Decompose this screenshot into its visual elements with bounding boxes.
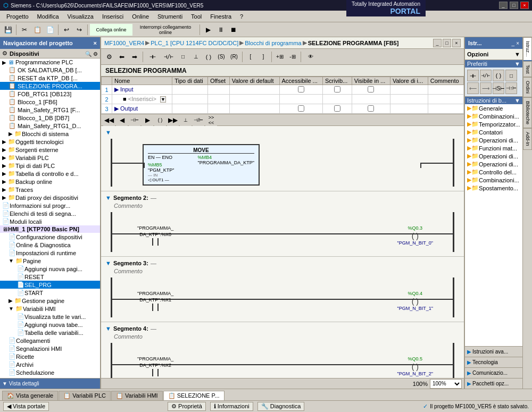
tree-reset-page[interactable]: 📄 RESET [0, 273, 100, 281]
instr-op2[interactable]: ▶ 📁 Operazioni di... [465, 152, 522, 160]
instr-temp[interactable]: ▶ 📁 Temporizzator... [465, 120, 522, 128]
tree-backup[interactable]: ▶📁 Backup online [0, 178, 100, 186]
seg4-collapse[interactable]: ▼ [105, 325, 111, 332]
save-btn[interactable]: 💾 [2, 24, 14, 36]
portal-btn[interactable]: ◀ Vista portale [3, 402, 49, 411]
menu-progetto[interactable]: Progetto [2, 12, 33, 21]
instr-ava-arrow[interactable]: ▶ [467, 349, 471, 355]
tab-var-hmi-tab[interactable]: 📋 Variabili HMI [111, 391, 163, 400]
et-coil-set[interactable]: (S) [215, 51, 227, 63]
et-open-branch[interactable]: [ [245, 51, 256, 63]
tree-info-progr[interactable]: 📄 Informazioni sul progr... [0, 201, 100, 209]
comunicaz-arrow[interactable]: ▶ [467, 370, 471, 376]
tree-add-tab[interactable]: 📄 Aggiungi nuova tabe... [0, 321, 100, 329]
menu-help[interactable]: ? [236, 12, 247, 21]
pref-icon-4[interactable]: □ [505, 70, 517, 81]
vis-cb-3[interactable] [368, 105, 374, 112]
tree-collegamenti[interactable]: 📄 Collegamenti [0, 337, 100, 344]
tree-moduli[interactable]: 📄 Moduli locali [0, 217, 100, 225]
instr-cont[interactable]: ▶ 📁 Contatori [465, 128, 522, 136]
tree-schedulazione[interactable]: 📄 Schedulazione [0, 368, 100, 376]
tree-segn[interactable]: 📄 Segnalazioni HMI [0, 344, 100, 352]
maximize-btn[interactable]: □ [510, 2, 518, 9]
tree-traces[interactable]: ▶📁 Traces [0, 186, 100, 194]
pref-icon-6[interactable]: ⟶ [480, 82, 492, 94]
tree-archivi[interactable]: 📄 Archivi [0, 360, 100, 368]
acc-cb-3[interactable] [298, 105, 304, 112]
instr-comb2[interactable]: ▶ 📁 Combinazioni... [465, 176, 522, 184]
pref-icon-2[interactable]: ⊣/⊢ [480, 70, 492, 81]
breadcrumb-plc[interactable]: PLC_1 [CPU 1214FC DC/DC/DC] [151, 40, 238, 46]
menu-strumenti[interactable]: Strumenti [153, 12, 187, 21]
tree-config-disp[interactable]: 📄 Configurazione dispositivi [0, 233, 100, 241]
tbl-coil[interactable]: ( ) [154, 114, 166, 126]
copy-btn[interactable]: 📋 [31, 24, 43, 36]
tree-add-page[interactable]: 📄 Aggiungi nuova pagi... [0, 265, 100, 273]
tree-start[interactable]: 📄 START [0, 289, 100, 297]
tree-pagine[interactable]: ▼📁 Pagine [0, 257, 100, 265]
tab-ordini[interactable]: Ordini [523, 77, 532, 97]
et-monitor[interactable]: 👁 [303, 51, 318, 63]
seg2-collapse[interactable]: ▼ [105, 195, 111, 201]
instr-arrow[interactable]: ▼ [514, 97, 520, 104]
breadcrumb-blocchi[interactable]: Blocchi di programma [245, 40, 301, 46]
tbl-open[interactable]: >><< [205, 114, 217, 126]
et-btn2[interactable]: ⬅ [116, 51, 128, 63]
tree-blocco1-db[interactable]: 📋Blocco_1_DB [DB7] [0, 114, 100, 122]
tree-oggetti[interactable]: ▶📁 Oggetti tecnologici [0, 138, 100, 146]
editor-close[interactable]: × [452, 39, 461, 47]
tree-blocchi-sis[interactable]: ▶📁 Blocchi di sistema [0, 130, 100, 138]
nav-icon-1[interactable]: 🔍 [85, 51, 92, 57]
et-btn1[interactable]: ⚙ [103, 51, 115, 63]
et-contact-no[interactable]: ⊣⊢ [145, 51, 160, 63]
pref-icon-7[interactable]: ⊣S⊢ [493, 82, 504, 94]
undo-btn[interactable]: ↩ [61, 24, 72, 36]
vis-cb-1[interactable] [368, 86, 374, 93]
tree-impost[interactable]: 📄 Impostazioni di runtime [0, 249, 100, 257]
tree-reset-ktp[interactable]: 📋RESET da KTP_DB [... [0, 74, 100, 82]
pref-icon-1[interactable]: ⊣⊢ [467, 70, 479, 81]
close-btn[interactable]: × [520, 2, 529, 9]
informazioni-btn[interactable]: ℹ Informazioni [210, 402, 253, 411]
et-insert-seg[interactable]: +⊞ [274, 51, 286, 63]
instr-op3[interactable]: ▶ 📁 Operazioni di... [465, 160, 522, 168]
tree-var-hmi[interactable]: ▼📁 Variabili HMI [0, 305, 100, 313]
pref-icon-3[interactable]: ( ) [493, 70, 504, 81]
pref-icon-8[interactable]: ⊣↑⊢ [505, 82, 517, 94]
tree-gestione[interactable]: ▶📁 Gestione pagine [0, 297, 100, 305]
tree-selezione[interactable]: 📋SELEZIONE PROGRA... [0, 82, 100, 90]
tecnologia-arrow[interactable]: ▶ [467, 359, 471, 365]
et-close-branch[interactable]: ] [257, 51, 269, 63]
nav-icon-2[interactable]: ⚙ [93, 51, 98, 57]
instr-ctrl[interactable]: ▶ 📁 Controllo del... [465, 168, 522, 176]
tab-vista-gen[interactable]: 🏠 Vista generale [2, 391, 58, 400]
tree-tipi-dati[interactable]: ▶📁 Tipi di dati PLC [0, 162, 100, 170]
acc-cb-1[interactable] [298, 86, 304, 93]
tbl-box2[interactable]: ⊥ [180, 114, 192, 126]
tbl-prev[interactable]: ◀ [116, 114, 128, 126]
seg3-collapse[interactable]: ▼ [105, 260, 111, 266]
menu-visualizza[interactable]: Visualizza [63, 12, 98, 21]
tree-dati-proxy[interactable]: ▶📁 Dati proxy dei dispositivi [0, 194, 100, 201]
tab-istruz[interactable]: Istruz... [523, 37, 532, 61]
tab-test[interactable]: Test [523, 61, 532, 78]
tree-fob[interactable]: 📋FOB_RTG1 [OB123] [0, 90, 100, 98]
instr-comb[interactable]: ▶ 📁 Combinazioni... [465, 112, 522, 120]
menu-inserisci[interactable]: Inserisci [98, 12, 128, 21]
instr-op-par[interactable]: ▶ 📁 Operazioni di... [465, 136, 522, 144]
instr-funz[interactable]: ▶ 📁 Funzioni mat... [465, 144, 522, 152]
insert-type-btn[interactable]: ▼ [160, 96, 166, 103]
tree-tab-var[interactable]: 📄 Tabella delle variabili... [0, 329, 100, 337]
options-arrow[interactable]: ▼ [514, 51, 520, 57]
tree-tabella[interactable]: ▶📁 Tabella di controllo e d... [0, 170, 100, 178]
tbl-clos[interactable]: ⊣/⊢ [193, 114, 204, 126]
tbl-right[interactable]: ▶▶ [167, 114, 179, 126]
instr-sposta[interactable]: ▶ 📁 Spostamento... [465, 184, 522, 192]
tree-variabili-plc[interactable]: ▶📁 Variabili PLC [0, 154, 100, 162]
tree-sorgenti[interactable]: ▶📁 Sorgenti esterne [0, 146, 100, 154]
properties-btn[interactable]: ⚙ Proprietà [168, 402, 206, 411]
tree-online-diag[interactable]: 📄 Online & Diagnostica [0, 241, 100, 249]
tree-main-safety-d[interactable]: 📋Main_Safety_RTG1_D... [0, 122, 100, 130]
tb-btn-3[interactable]: ⏹ [228, 24, 239, 36]
scr-cb-1[interactable] [334, 86, 340, 93]
